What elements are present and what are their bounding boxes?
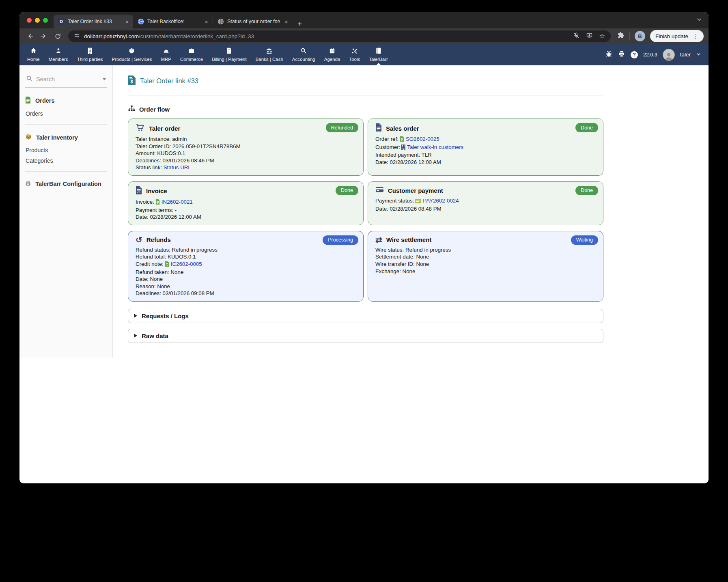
card-line: Taler Order ID: 2026.059-01T2SN4R78B6M [136,143,356,149]
chevron-down-icon[interactable] [696,51,701,58]
status-badge: Done [575,186,598,195]
extensions-icon[interactable] [617,32,625,41]
customer-link[interactable]: Taler walk-in customers [407,144,463,150]
print-icon[interactable] [618,50,625,59]
forward-icon[interactable] [38,30,50,42]
finish-update-button[interactable]: Finish update ⋮ [650,30,704,42]
tabs: D Taler Order link #33 × Taler Backoffic… [54,12,307,28]
sidebar-item-orders[interactable]: Orders [25,108,107,119]
url-bar[interactable]: dolibarr.potuzhnyi.com/custom/talerbarr/… [68,30,611,42]
reload-icon[interactable] [52,30,63,42]
card-line: Refund taken: None [136,269,356,275]
dolibarr-favicon: D [58,18,65,25]
search-dollar-icon [300,47,307,56]
sidebar-divider [25,171,107,172]
nav-third-parties[interactable]: Third parties [73,44,108,65]
accordion-raw-data[interactable]: Raw data [128,329,603,343]
back-icon[interactable] [24,30,36,42]
sidebar: Orders Orders Taler Inventory Products C… [19,65,113,358]
file-invoice-icon [226,47,232,56]
install-icon[interactable] [586,32,593,41]
card-line: Customer:Taler walk-in customers [375,144,596,151]
close-icon[interactable]: × [124,19,130,25]
svg-text:$: $ [157,202,158,205]
tab-taler-backoffice[interactable]: Taler Backoffice: × [133,15,213,28]
card-line: Refund total: KUDOS:0.1 [136,254,356,260]
sidebar-divider [25,124,107,125]
gear-icon: ⚙ [25,181,31,187]
briefcase-icon [188,47,195,56]
sidebar-item-categories[interactable]: Categories [25,155,107,166]
card-line: Invoice:$IN2602-0021 [136,199,356,206]
search-input[interactable] [36,76,97,82]
credit-card-icon [375,186,384,195]
exchange-arrows-icon: ⇄ [375,236,382,244]
order-flow-cards: Taler order Refunded Taler Instance: adm… [128,119,603,302]
tab-title: Status of your order forOrder [227,19,280,24]
credit-note-link[interactable]: IC2602-0005 [171,261,202,267]
payment-link[interactable]: PAY2602-0024 [423,198,459,204]
close-window-button[interactable] [27,18,32,23]
inventory-cube-icon [25,134,32,141]
close-icon[interactable]: × [203,19,209,25]
help-icon[interactable]: ? [631,51,638,58]
status-badge: Refunded [326,123,358,132]
nav-talerbarr[interactable]: TalerBarr [364,44,392,65]
user-avatar[interactable] [663,49,675,61]
sidebar-search[interactable] [25,73,107,88]
nav-mrp[interactable]: MRP [156,44,176,65]
cart-icon [136,123,145,133]
card-line: Amount: KUDOS:0.1 [136,150,356,156]
tab-strip: D Taler Order link #33 × Taler Backoffic… [19,12,709,28]
mic-off-icon[interactable] [573,32,579,40]
browser-toolbar: dolibarr.potuzhnyi.com/custom/talerbarr/… [19,28,709,44]
page-title-icon: $ [128,75,136,86]
new-tab-button[interactable]: + [293,19,307,28]
more-menu-icon[interactable]: ⋮ [692,32,698,40]
sidebar-section-header[interactable]: Orders [25,97,107,105]
sidebar-section-taler-inventory: Taler Inventory Products Categories [25,134,107,172]
bug-icon[interactable] [605,50,613,59]
tab-title: Taler Backoffice: [147,19,200,24]
globe-icon [218,18,224,25]
card-line: Exchange: None [375,268,596,274]
taler-spiral-icon [138,18,144,25]
nav-billing-payment[interactable]: Billing | Payment [207,44,251,65]
svg-text:$: $ [131,80,133,84]
site-info-icon[interactable] [74,32,80,40]
sidebar-section-header[interactable]: Taler Inventory [25,134,107,141]
nav-agenda[interactable]: Agenda [320,44,345,65]
minimize-window-button[interactable] [35,18,40,23]
tab-taler-order-link[interactable]: D Taler Order link #33 × [54,15,133,28]
order-flow-title: Order flow [139,106,170,113]
card-line: Date: None [136,276,356,282]
card-customer-payment: Customer payment Done Payment status:PAY… [368,181,603,225]
title-divider [128,95,603,95]
nav-products-services[interactable]: Products | Services [108,44,157,65]
tab-order-status[interactable]: Status of your order forOrder × [213,15,293,28]
tab-search-chevron-icon[interactable] [696,17,702,24]
dolibarr-navbar: Home Members Third parties Products | Se… [19,44,709,65]
profile-avatar[interactable]: B [635,31,645,41]
caret-right-icon [134,334,137,338]
status-badge: Processing [323,235,358,245]
sidebar-item-products[interactable]: Products [25,145,107,155]
status-url-link[interactable]: Status URL [164,164,191,170]
close-icon[interactable]: × [283,19,289,25]
nav-members[interactable]: Members [44,44,73,65]
calendar-icon [329,47,335,56]
sidebar-section-header[interactable]: ⚙ TalerBarr Configuration [25,181,107,187]
sidebar-section-talerbarr-config: ⚙ TalerBarr Configuration [25,181,107,187]
nav-tools[interactable]: Tools [345,44,364,65]
nav-accounting[interactable]: Accounting [288,44,320,65]
search-caret-icon[interactable] [102,78,106,80]
sales-order-link[interactable]: SO2602-0025 [406,136,439,142]
nav-home[interactable]: Home [23,44,44,65]
nav-banks-cash[interactable]: Banks | Cash [251,44,288,65]
zoom-window-button[interactable] [43,18,48,23]
invoice-link[interactable]: IN2602-0021 [162,199,193,205]
nav-commerce[interactable]: Commerce [176,44,207,65]
bookmark-star-icon[interactable]: ☆ [599,33,605,39]
card-line: Payment status:PAY2602-0024 [375,198,596,205]
accordion-requests-logs[interactable]: Requests / Logs [128,309,603,323]
